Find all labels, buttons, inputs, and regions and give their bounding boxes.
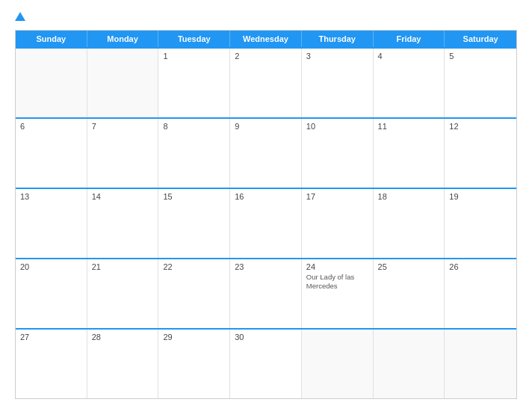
cal-cell <box>445 330 516 398</box>
cal-cell: 1 <box>158 49 230 117</box>
week-row-5: 27282930 <box>16 328 516 398</box>
cal-cell: 17 <box>302 189 374 258</box>
cal-cell: 29 <box>158 330 230 398</box>
cal-cell: 2 <box>230 49 302 117</box>
cal-cell <box>87 49 159 117</box>
day-number: 1 <box>163 52 225 61</box>
week-row-1: 12345 <box>16 47 516 117</box>
day-number: 20 <box>20 262 82 271</box>
cal-cell: 5 <box>445 49 516 117</box>
week-row-3: 13141516171819 <box>16 188 516 258</box>
calendar-page: SundayMondayTuesdayWednesdayThursdayFrid… <box>0 0 532 411</box>
day-header-thursday: Thursday <box>302 31 374 47</box>
day-number: 3 <box>306 52 368 61</box>
day-number: 7 <box>92 122 154 131</box>
cal-cell: 12 <box>445 119 516 188</box>
day-header-monday: Monday <box>87 31 159 47</box>
day-number: 29 <box>163 333 225 342</box>
day-number: 21 <box>92 262 154 271</box>
cal-cell: 26 <box>445 259 516 328</box>
cal-cell <box>302 330 374 398</box>
cal-cell: 10 <box>302 119 374 188</box>
day-header-friday: Friday <box>374 31 445 47</box>
day-number: 8 <box>163 122 225 131</box>
cal-cell: 13 <box>16 189 87 258</box>
cal-cell: 23 <box>230 259 302 328</box>
cal-cell: 8 <box>158 119 230 188</box>
holiday-label: Our Lady of las Mercedes <box>306 273 368 291</box>
day-header-tuesday: Tuesday <box>158 31 230 47</box>
cal-cell: 15 <box>158 189 230 258</box>
calendar-grid: SundayMondayTuesdayWednesdayThursdayFrid… <box>15 30 517 399</box>
day-number: 15 <box>163 192 225 201</box>
cal-cell: 30 <box>230 330 302 398</box>
cal-cell <box>16 49 87 117</box>
week-row-4: 2021222324Our Lady of las Mercedes2526 <box>16 258 516 328</box>
cal-cell: 21 <box>87 259 159 328</box>
day-number: 14 <box>92 192 154 201</box>
day-header-wednesday: Wednesday <box>230 31 302 47</box>
cal-cell: 7 <box>87 119 159 188</box>
day-number: 12 <box>449 122 512 131</box>
header <box>15 12 517 21</box>
day-number: 26 <box>449 262 512 271</box>
cal-cell: 28 <box>87 330 159 398</box>
day-number: 10 <box>306 122 368 131</box>
day-header-sunday: Sunday <box>16 31 87 47</box>
cal-cell <box>374 330 445 398</box>
day-number: 30 <box>235 333 297 342</box>
cal-cell: 24Our Lady of las Mercedes <box>302 259 374 328</box>
day-number: 9 <box>235 122 297 131</box>
cal-cell: 19 <box>445 189 516 258</box>
day-number: 27 <box>20 333 82 342</box>
cal-cell: 20 <box>16 259 87 328</box>
cal-cell: 25 <box>374 259 445 328</box>
week-row-2: 6789101112 <box>16 117 516 188</box>
cal-cell: 6 <box>16 119 87 188</box>
day-number: 28 <box>92 333 154 342</box>
calendar-body: 123456789101112131415161718192021222324O… <box>16 47 516 398</box>
cal-cell: 18 <box>374 189 445 258</box>
day-number: 13 <box>20 192 82 201</box>
day-number: 16 <box>235 192 297 201</box>
day-header-saturday: Saturday <box>445 31 516 47</box>
day-number: 2 <box>235 52 297 61</box>
cal-cell: 27 <box>16 330 87 398</box>
day-number: 6 <box>20 122 82 131</box>
day-number: 22 <box>163 262 225 271</box>
logo-blue-text <box>15 12 27 21</box>
cal-cell: 11 <box>374 119 445 188</box>
day-headers: SundayMondayTuesdayWednesdayThursdayFrid… <box>16 31 516 47</box>
day-number: 23 <box>235 262 297 271</box>
cal-cell: 9 <box>230 119 302 188</box>
day-number: 5 <box>449 52 512 61</box>
day-number: 24 <box>306 262 368 271</box>
cal-cell: 22 <box>158 259 230 328</box>
day-number: 18 <box>378 192 440 201</box>
cal-cell: 4 <box>374 49 445 117</box>
logo-triangle-icon <box>15 12 25 21</box>
day-number: 11 <box>378 122 440 131</box>
cal-cell: 3 <box>302 49 374 117</box>
day-number: 25 <box>378 262 440 271</box>
day-number: 17 <box>306 192 368 201</box>
cal-cell: 16 <box>230 189 302 258</box>
cal-cell: 14 <box>87 189 159 258</box>
logo <box>15 12 27 21</box>
day-number: 4 <box>378 52 440 61</box>
day-number: 19 <box>449 192 512 201</box>
